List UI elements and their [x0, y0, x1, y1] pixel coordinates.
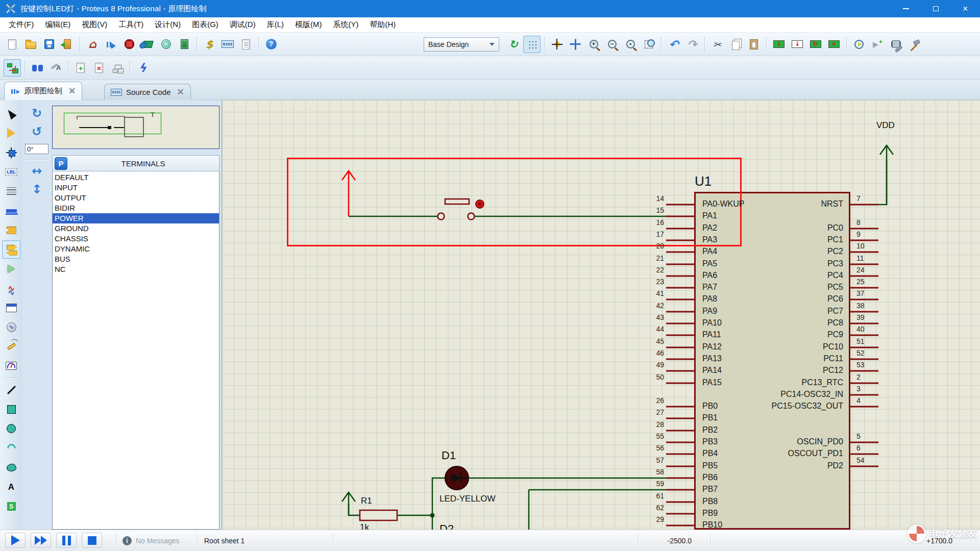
close-tab-icon[interactable]: ✕: [68, 86, 76, 96]
subcircuit-mode-icon[interactable]: [2, 221, 20, 239]
menu-item[interactable]: 视图(V): [76, 18, 113, 32]
terminal-list-item-input[interactable]: INPUT: [53, 183, 219, 193]
rotation-angle-input[interactable]: [25, 144, 48, 154]
edit-ic-icon[interactable]: [887, 36, 904, 53]
rotate-clockwise-icon[interactable]: [27, 104, 47, 122]
terminal-list-item-bidir[interactable]: BIDIR: [53, 203, 219, 213]
tape-recorder-mode-icon[interactable]: [2, 298, 20, 317]
block-move-icon[interactable]: [789, 36, 806, 53]
virtual-instruments-mode-icon[interactable]: [2, 357, 20, 375]
zoom-all-icon[interactable]: [622, 36, 639, 53]
undo-icon[interactable]: [665, 36, 682, 53]
terminal-list-item-nc[interactable]: NC: [53, 264, 219, 274]
2d-line-mode-icon[interactable]: [2, 381, 20, 399]
component-mode-icon[interactable]: [2, 124, 20, 142]
help-icon[interactable]: [262, 36, 280, 53]
voltage-probe-mode-icon[interactable]: [2, 337, 20, 356]
save-project-icon[interactable]: [40, 36, 58, 53]
gerber-viewer-icon[interactable]: [157, 36, 175, 53]
2d-circle-mode-icon[interactable]: [2, 419, 20, 438]
selection-mode-icon[interactable]: [2, 105, 20, 123]
power-terminal-r1[interactable]: [342, 492, 355, 515]
minimize-button[interactable]: [891, 0, 921, 17]
menu-item[interactable]: 图表(G): [186, 18, 224, 32]
home-page-icon[interactable]: [84, 36, 101, 53]
design-tools-icon[interactable]: [905, 36, 923, 53]
copy-icon[interactable]: [727, 36, 744, 53]
wire-label-mode-icon[interactable]: [2, 163, 20, 181]
rotate-anticlockwise-icon[interactable]: [27, 122, 47, 141]
component-ref-u1[interactable]: U1: [695, 173, 712, 189]
menu-item[interactable]: 帮助(H): [364, 18, 401, 32]
remove-sheet-icon[interactable]: [90, 59, 108, 77]
menu-item[interactable]: 调试(D): [224, 18, 261, 32]
schematic-canvas[interactable]: VDD U1 D1 LED-YELLOW R1 1k D2 14PA0-WKUP…: [222, 100, 980, 530]
menu-item[interactable]: 设计(N): [149, 18, 186, 32]
maximize-button[interactable]: [921, 0, 950, 17]
flip-horizontal-icon[interactable]: [27, 162, 47, 180]
goto-part-icon[interactable]: [850, 36, 868, 53]
toggle-grid-icon[interactable]: [523, 36, 541, 53]
paste-icon[interactable]: [745, 36, 763, 53]
new-project-icon[interactable]: [4, 36, 21, 53]
close-project-icon[interactable]: [59, 36, 76, 53]
tab-schematic-capture[interactable]: 原理图绘制 ✕: [4, 82, 82, 100]
release-notes-icon[interactable]: [237, 36, 255, 53]
add-part-icon[interactable]: [869, 36, 886, 53]
origin-icon[interactable]: [548, 36, 566, 53]
new-sheet-icon[interactable]: [72, 59, 89, 77]
close-button[interactable]: ×: [950, 0, 980, 17]
terminal-list-item-power[interactable]: POWER: [53, 213, 219, 223]
terminal-list-item-bus[interactable]: BUS: [53, 254, 219, 264]
run-simulation-button[interactable]: [5, 533, 26, 548]
block-delete-icon[interactable]: [825, 36, 843, 53]
generator-mode-icon[interactable]: [2, 318, 20, 336]
stop-simulation-button[interactable]: [82, 533, 102, 548]
block-copy-icon[interactable]: [770, 36, 788, 53]
terminal-list-item-chassis[interactable]: CHASSIS: [53, 234, 219, 244]
2d-box-mode-icon[interactable]: [2, 400, 20, 418]
component-ref-r1[interactable]: R1: [361, 496, 372, 506]
2d-text-mode-icon[interactable]: [2, 478, 20, 496]
component-value-r1[interactable]: 1k: [360, 522, 369, 530]
zoom-in-icon[interactable]: [585, 36, 602, 53]
overview-minimap[interactable]: [52, 106, 219, 149]
open-project-icon[interactable]: [22, 36, 39, 53]
menu-item[interactable]: 编辑(E): [39, 18, 76, 32]
text-script-mode-icon[interactable]: [2, 182, 20, 201]
design-selector-dropdown[interactable]: Base Design: [424, 37, 499, 52]
pause-simulation-button[interactable]: [56, 533, 77, 548]
tab-source-code[interactable]: 0101 Source Code ✕: [104, 84, 191, 100]
junction-dot-mode-icon[interactable]: [2, 143, 20, 162]
3d-viewer-icon[interactable]: [139, 36, 156, 53]
menu-item[interactable]: 文件(F): [3, 18, 39, 32]
redo-icon[interactable]: [683, 36, 701, 53]
device-pins-mode-icon[interactable]: [2, 260, 20, 278]
component-value-d1[interactable]: LED-YELLOW: [439, 494, 496, 504]
block-rotate-icon[interactable]: [807, 36, 824, 53]
component-ref-d1[interactable]: D1: [442, 449, 456, 462]
graph-mode-icon[interactable]: [2, 279, 20, 297]
menu-item[interactable]: 系统(Y): [327, 18, 364, 32]
search-tag-icon[interactable]: [29, 59, 46, 77]
terminal-label-vdd[interactable]: VDD: [876, 120, 895, 131]
terminal-list-item-default[interactable]: DEFAULT: [53, 172, 219, 183]
flip-vertical-icon[interactable]: [27, 180, 47, 198]
pan-icon[interactable]: [567, 36, 584, 53]
2d-symbol-mode-icon[interactable]: [2, 497, 20, 515]
menu-item[interactable]: 模版(M): [289, 18, 328, 32]
source-code-tool-icon[interactable]: [219, 36, 236, 53]
bill-of-materials-icon[interactable]: [201, 36, 218, 53]
property-assignment-icon[interactable]: [47, 59, 64, 77]
step-simulation-button[interactable]: [31, 533, 51, 548]
pick-devices-button[interactable]: P: [55, 157, 67, 170]
goto-sheet-icon[interactable]: [109, 59, 126, 77]
terminal-list-item-output[interactable]: OUTPUT: [53, 193, 219, 203]
pcb-layout-icon[interactable]: [120, 36, 138, 53]
close-tab-icon[interactable]: ✕: [177, 87, 184, 97]
electrical-rule-check-icon[interactable]: [134, 59, 151, 77]
zoom-area-icon[interactable]: [640, 36, 657, 53]
terminal-list-item-dynamic[interactable]: DYNAMIC: [53, 244, 219, 254]
led-d1-body[interactable]: [445, 466, 469, 490]
menu-item[interactable]: 工具(T): [113, 18, 149, 32]
